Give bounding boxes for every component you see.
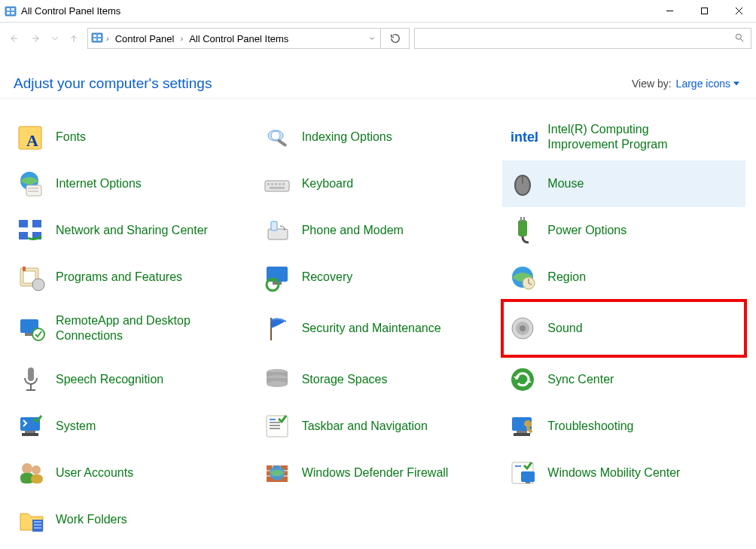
window-close-button[interactable]	[721, 0, 756, 23]
address-bar[interactable]: › Control Panel › All Control Panel Item…	[87, 28, 381, 49]
cp-item-taskbar[interactable]: Taskbar and Navigation	[257, 403, 500, 450]
viewby-label: View by:	[632, 78, 672, 90]
refresh-button[interactable]	[381, 28, 410, 49]
window-maximize-button[interactable]	[687, 0, 721, 23]
cp-item-intel[interactable]: Intel(R) Computing Improvement Program	[502, 114, 745, 160]
recovery-icon	[261, 261, 293, 293]
internet-icon	[15, 168, 47, 200]
cp-item-region[interactable]: Region	[502, 254, 745, 300]
cp-item-recovery[interactable]: Recovery	[257, 254, 500, 300]
mobility-icon	[507, 457, 538, 489]
fonts-icon	[15, 121, 47, 153]
cp-item-label: Intel(R) Computing Improvement Program	[547, 122, 721, 152]
cp-item-label: User Accounts	[56, 465, 133, 480]
cp-item-troubleshooting[interactable]: Troubleshooting	[502, 403, 745, 450]
settings-header: Adjust your computer's settings View by:…	[0, 54, 756, 99]
window-titlebar: All Control Panel Items	[0, 0, 756, 23]
nav-history-dropdown[interactable]	[50, 29, 60, 47]
cp-item-workfolders[interactable]: Work Folders	[11, 496, 254, 543]
cp-item-label: Troubleshooting	[547, 419, 633, 434]
nav-toolbar: › Control Panel › All Control Panel Item…	[0, 23, 756, 54]
cp-item-mobility[interactable]: Windows Mobility Center	[502, 450, 745, 496]
svg-rect-15	[98, 38, 101, 41]
cp-item-security[interactable]: Security and Maintenance	[257, 300, 500, 356]
cp-item-internet[interactable]: Internet Options	[11, 160, 254, 207]
cp-item-label: Sound	[547, 321, 582, 336]
cp-item-label: Windows Mobility Center	[547, 465, 680, 480]
cp-item-label: Region	[547, 270, 586, 285]
region-icon	[507, 261, 538, 293]
svg-rect-0	[5, 7, 16, 16]
cp-item-label: Sync Center	[547, 372, 614, 387]
cp-item-users[interactable]: User Accounts	[11, 450, 254, 496]
cp-item-remoteapp[interactable]: RemoteApp and Desktop Connections	[11, 300, 254, 356]
nav-back-button[interactable]	[5, 29, 23, 47]
nav-forward-button[interactable]	[27, 29, 45, 47]
cp-item-label: Indexing Options	[302, 130, 392, 145]
cp-item-programs[interactable]: Programs and Features	[11, 254, 254, 300]
cp-item-speech[interactable]: Speech Recognition	[11, 356, 254, 403]
cp-item-label: Mouse	[547, 176, 584, 191]
viewby-selector[interactable]: Large icons	[676, 78, 739, 90]
cp-item-power[interactable]: Power Options	[502, 207, 745, 254]
cp-item-firewall[interactable]: Windows Defender Firewall	[257, 450, 500, 496]
svg-rect-14	[93, 38, 96, 41]
cp-item-label: Keyboard	[302, 176, 354, 191]
system-icon	[15, 410, 47, 442]
programs-icon	[15, 261, 47, 293]
keyboard-icon	[261, 168, 293, 200]
search-box[interactable]	[414, 28, 751, 49]
cp-item-label: Power Options	[547, 223, 626, 238]
cp-item-label: Programs and Features	[56, 270, 182, 285]
cp-item-label: Work Folders	[56, 512, 127, 527]
firewall-icon	[261, 457, 293, 489]
cp-item-label: Windows Defender Firewall	[302, 465, 449, 480]
nav-up-button[interactable]	[65, 29, 83, 47]
cp-item-keyboard[interactable]: Keyboard	[257, 160, 500, 207]
window-title: All Control Panel Items	[21, 5, 120, 17]
breadcrumb-current[interactable]: All Control Panel Items	[184, 33, 293, 44]
cp-item-sync[interactable]: Sync Center	[502, 356, 745, 403]
cp-item-network[interactable]: Network and Sharing Center	[11, 207, 254, 254]
svg-line-17	[741, 38, 744, 41]
address-bar-icon	[91, 32, 103, 46]
chevron-right-icon: ›	[105, 34, 111, 43]
cp-item-phone[interactable]: Phone and Modem	[257, 207, 500, 254]
cp-item-indexing[interactable]: Indexing Options	[257, 114, 500, 160]
cp-item-sound[interactable]: Sound	[502, 300, 745, 356]
remoteapp-icon	[15, 313, 47, 344]
cp-item-label: System	[56, 419, 96, 434]
cp-item-label: Internet Options	[56, 176, 142, 191]
cp-item-label: Phone and Modem	[302, 223, 404, 238]
indexing-icon	[261, 121, 293, 153]
users-icon	[15, 457, 47, 489]
cp-item-storage[interactable]: Storage Spaces	[257, 356, 500, 403]
window-minimize-button[interactable]	[652, 0, 687, 23]
network-icon	[15, 215, 47, 246]
cp-item-mouse[interactable]: Mouse	[502, 160, 745, 207]
cp-item-system[interactable]: System	[11, 403, 254, 450]
svg-rect-1	[7, 8, 10, 11]
svg-rect-6	[701, 8, 707, 14]
storage-icon	[261, 364, 293, 395]
cp-item-label: Speech Recognition	[56, 372, 163, 387]
sound-icon	[507, 313, 538, 344]
svg-rect-13	[98, 35, 101, 37]
breadcrumb-root[interactable]: Control Panel	[111, 33, 179, 44]
control-panel-app-icon	[5, 5, 17, 17]
cp-item-label: Taskbar and Navigation	[302, 419, 428, 434]
intel-icon	[507, 121, 538, 153]
cp-item-label: Fonts	[56, 130, 86, 145]
speech-icon	[15, 364, 47, 395]
cp-item-label: Recovery	[302, 270, 353, 285]
address-bar-dropdown[interactable]	[364, 35, 380, 42]
security-icon	[261, 313, 293, 344]
cp-item-fonts[interactable]: Fonts	[11, 114, 254, 160]
search-icon	[734, 32, 745, 45]
cp-item-label: RemoteApp and Desktop Connections	[56, 313, 229, 343]
svg-rect-11	[92, 33, 102, 42]
chevron-right-icon: ›	[178, 34, 184, 43]
svg-point-16	[736, 34, 741, 39]
svg-rect-12	[93, 35, 96, 37]
phone-icon	[261, 215, 293, 246]
